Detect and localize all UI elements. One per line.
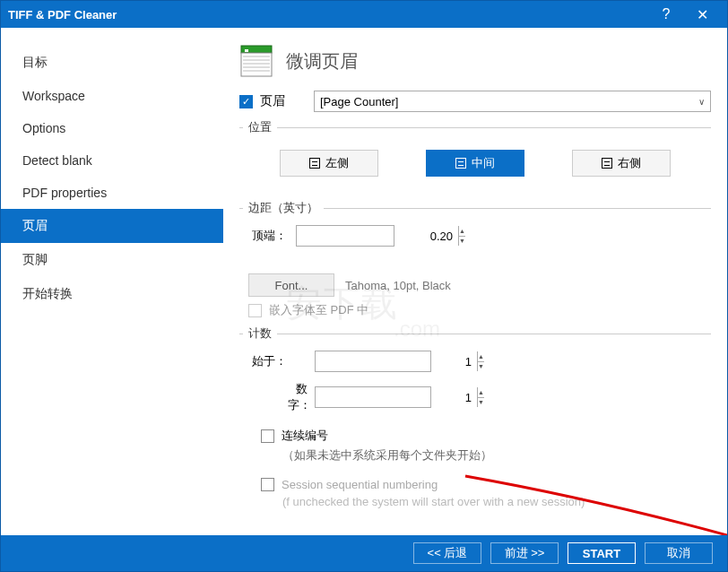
close-button[interactable]: ✕ — [684, 1, 720, 28]
sidebar-item-footer[interactable]: 页脚 — [1, 243, 223, 277]
sidebar: 目标 Workspace Options Detect blank PDF pr… — [1, 28, 223, 535]
chevron-down-icon: ∨ — [698, 97, 705, 107]
align-center-icon — [455, 158, 466, 169]
session-sequential-hint: (f unchecked the system will start over … — [282, 495, 707, 508]
svg-rect-1 — [245, 49, 248, 52]
spin-up-icon[interactable]: ▲ — [478, 351, 484, 362]
back-button[interactable]: << 后退 — [413, 542, 481, 564]
content-dropdown-value: [Page Counter] — [320, 95, 398, 108]
spin-down-icon[interactable]: ▼ — [478, 398, 484, 408]
sidebar-item-start-convert[interactable]: 开始转换 — [1, 277, 223, 311]
position-right-button[interactable]: 右侧 — [572, 150, 671, 177]
margins-group: 边距（英寸） 顶端： ▲ ▼ — [239, 200, 711, 259]
sidebar-item-header[interactable]: 页眉 — [1, 209, 223, 243]
count-start-label: 始于： — [252, 353, 315, 369]
count-group: 计数 始于： ▲▼ 数字： ▲▼ 连续编号 — [239, 325, 711, 521]
position-left-button[interactable]: 左侧 — [280, 150, 378, 177]
titlebar: TIFF & PDF Cleaner ? ✕ — [1, 1, 727, 28]
position-group: 位置 左侧 中间 右侧 — [239, 119, 711, 195]
font-button[interactable]: Font... — [248, 273, 334, 297]
count-digits-label: 数字： — [288, 381, 315, 413]
count-legend: 计数 — [243, 325, 277, 342]
help-button[interactable]: ? — [648, 1, 684, 28]
spin-down-icon[interactable]: ▼ — [459, 237, 465, 247]
embed-font-label: 嵌入字体至 PDF 中 — [269, 302, 368, 318]
position-legend: 位置 — [243, 119, 277, 135]
page-title: 微调页眉 — [286, 49, 358, 74]
forward-button[interactable]: 前进 >> — [490, 542, 559, 564]
sidebar-item-workspace[interactable]: Workspace — [1, 80, 223, 112]
sidebar-item-options[interactable]: Options — [1, 112, 223, 144]
sidebar-item-target[interactable]: 目标 — [1, 46, 223, 80]
count-digits-input[interactable] — [316, 391, 477, 404]
align-left-icon — [309, 158, 320, 169]
sidebar-item-detect-blank[interactable]: Detect blank — [1, 144, 223, 177]
session-sequential-checkbox — [261, 478, 274, 491]
spin-up-icon[interactable]: ▲ — [459, 226, 465, 237]
sequential-hint: （如果未选中系统采用每个文件夹开始） — [282, 447, 707, 464]
footer: << 后退 前进 >> START 取消 — [1, 535, 727, 571]
count-digits-spinner[interactable]: ▲▼ — [315, 386, 431, 408]
spin-down-icon[interactable]: ▼ — [478, 362, 484, 372]
session-sequential-label: Session sequential numbering — [282, 478, 438, 491]
content-dropdown[interactable]: [Page Counter] ∨ — [314, 91, 711, 112]
count-start-input[interactable] — [316, 355, 477, 368]
margins-legend: 边距（英寸） — [243, 200, 324, 216]
embed-font-checkbox[interactable] — [248, 304, 262, 317]
sidebar-item-pdf-properties[interactable]: PDF properties — [1, 177, 223, 209]
font-info-label: Tahoma, 10pt, Black — [345, 279, 451, 292]
spin-up-icon[interactable]: ▲ — [478, 387, 484, 398]
header-icon — [239, 44, 275, 78]
margin-top-label: 顶端： — [252, 228, 287, 244]
sequential-numbering-checkbox[interactable] — [261, 429, 274, 443]
count-start-spinner[interactable]: ▲▼ — [315, 351, 431, 372]
enable-header-checkbox[interactable]: ✓ — [239, 95, 253, 108]
enable-header-label: 页眉 — [260, 93, 285, 109]
window-title: TIFF & PDF Cleaner — [8, 8, 648, 22]
main-panel: 微调页眉 ✓ 页眉 [Page Counter] ∨ 位置 左侧 — [223, 28, 727, 535]
cancel-button[interactable]: 取消 — [645, 542, 713, 564]
start-button[interactable]: START — [568, 542, 636, 564]
position-center-button[interactable]: 中间 — [426, 150, 524, 177]
margin-top-spinner[interactable]: ▲ ▼ — [296, 225, 394, 247]
align-right-icon — [602, 158, 612, 169]
sequential-numbering-label: 连续编号 — [282, 428, 328, 444]
margin-top-input[interactable] — [297, 230, 458, 243]
